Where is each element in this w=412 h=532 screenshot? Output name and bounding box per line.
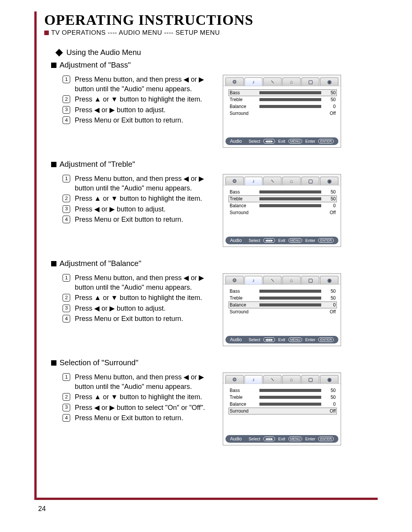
osd-body: Bass 50 Treble 50 Balance 0 Surround Off — [223, 185, 341, 235]
osd-tab-icon: ⌂ — [282, 375, 301, 384]
osd-row-value: 50 — [324, 295, 336, 301]
osd-menu-name: Audio — [230, 238, 242, 243]
section-heading: Adjustment of "Balance" — [51, 259, 378, 268]
osd-screenshot: ⚙♪⟍⌂▢◉ Bass 50 Treble 50 Balance 0 Surro… — [223, 372, 341, 445]
osd-exit-btn: MENU — [288, 139, 303, 143]
step-number-icon: 1 — [63, 76, 70, 83]
step: 4 Press Menu or Exit button to return. — [63, 413, 215, 423]
osd-row: Surround Off — [229, 209, 337, 216]
osd-row-value: 50 — [324, 289, 336, 294]
osd-row-label: Bass — [230, 189, 256, 195]
osd-statusbar: Audio Select ◀◆▶ Exit MENU Enter ENTER — [225, 137, 338, 145]
osd-statusbar: Audio Select ◀◆▶ Exit MENU Enter ENTER — [225, 336, 338, 343]
osd-tabstrip: ⚙♪⟍⌂▢◉ — [223, 274, 341, 285]
osd-row-value: 50 — [324, 388, 336, 393]
osd-enter-label: Enter — [305, 139, 315, 143]
osd-screenshot: ⚙♪⟍⌂▢◉ Bass 50 Treble 50 Balance 0 Surro… — [223, 273, 341, 346]
step: 4 Press Menu or Exit button to return. — [63, 215, 215, 224]
osd-exit-btn: MENU — [288, 337, 303, 342]
osd-tab-icon: ♪ — [245, 77, 263, 86]
osd-enter-label: Enter — [305, 437, 315, 441]
step: 3 Press ◀ or ▶ button to adjust. — [63, 205, 215, 214]
osd-row-value: 50 — [324, 189, 336, 195]
page-number: 24 — [38, 505, 46, 513]
osd-slider — [259, 403, 321, 406]
step: 2 Press ▲ or ▼ button to highlight the i… — [63, 392, 215, 402]
osd-row: Balance 0 — [229, 103, 337, 110]
section-heading: Adjustment of "Treble" — [51, 160, 378, 169]
osd-tab-icon: ▢ — [301, 276, 320, 284]
step-text: Press Menu or Exit button to return. — [75, 116, 215, 125]
osd-row-label: Treble — [230, 97, 256, 102]
square-icon — [51, 261, 56, 266]
osd-body: Bass 50 Treble 50 Balance 0 Surround Off — [223, 384, 341, 434]
step: 3 Press ◀ or ▶ button to adjust. — [63, 105, 215, 115]
osd-column: ⚙♪⟍⌂▢◉ Bass 50 Treble 50 Balance 0 Surro… — [223, 174, 341, 247]
osd-select-label: Select — [249, 139, 261, 143]
step-text: Press ▲ or ▼ button to highlight the ite… — [75, 392, 215, 402]
step-text: Press Menu or Exit button to return. — [75, 215, 215, 224]
osd-row-label: Treble — [230, 196, 256, 202]
step-number-icon: 2 — [63, 294, 70, 301]
step-number-icon: 3 — [63, 404, 70, 411]
section: Adjustment of "Balance" 1 Press Menu but… — [44, 259, 378, 346]
osd-tab-icon: ▢ — [301, 375, 320, 384]
osd-row-value: 50 — [324, 97, 336, 102]
osd-statusbar: Audio Select ◀◆▶ Exit MENU Enter ENTER — [225, 237, 338, 244]
page-title: OPERATING INSTRUCTIONS — [44, 11, 378, 28]
breadcrumb: TV OPERATIONS ---- AUDIO MENU ---- SETUP… — [44, 29, 378, 37]
osd-tab-icon: ◉ — [320, 77, 338, 86]
steps-list: 1 Press Menu button, and then press ◀ or… — [51, 372, 215, 423]
step: 3 Press ◀ or ▶ button to adjust. — [63, 304, 215, 313]
osd-enter-label: Enter — [305, 337, 315, 342]
osd-select-label: Select — [249, 238, 261, 243]
osd-slider — [259, 197, 321, 200]
osd-enter-btn: ENTER — [318, 238, 334, 243]
lead-heading-text: Using the Audio Menu — [66, 48, 141, 57]
osd-tab-icon: ⚙ — [225, 276, 244, 284]
steps-list: 1 Press Menu button, and then press ◀ or… — [51, 174, 215, 224]
osd-exit-label: Exit — [278, 437, 285, 441]
osd-slider — [259, 389, 321, 392]
breadcrumb-text: TV OPERATIONS ---- AUDIO MENU ---- SETUP… — [51, 29, 220, 37]
osd-menu-name: Audio — [230, 139, 242, 144]
step-text: Press Menu or Exit button to return. — [75, 314, 215, 324]
osd-enter-btn: ENTER — [318, 139, 334, 143]
osd-row-label: Surround — [230, 111, 256, 116]
manual-page: OPERATING INSTRUCTIONS TV OPERATIONS ---… — [34, 11, 378, 500]
osd-tab-icon: ▢ — [301, 177, 320, 185]
step-number-icon: 3 — [63, 106, 70, 114]
osd-row-value: 0 — [324, 302, 336, 308]
step: 2 Press ▲ or ▼ button to highlight the i… — [63, 293, 215, 303]
step-number-icon: 1 — [63, 373, 70, 381]
osd-row: Bass 50 — [229, 89, 337, 96]
osd-exit-label: Exit — [278, 238, 285, 243]
step: 2 Press ▲ or ▼ button to highlight the i… — [63, 95, 215, 104]
osd-slider — [259, 303, 321, 306]
osd-row: Balance 0 — [229, 202, 337, 209]
osd-tab-icon: ⟍ — [263, 375, 282, 384]
osd-menu-name: Audio — [230, 436, 242, 442]
step-text: Press Menu or Exit button to return. — [75, 413, 215, 423]
osd-row-label: Bass — [230, 388, 256, 393]
step-number-icon: 4 — [63, 315, 70, 322]
osd-tab-icon: ▢ — [301, 77, 320, 86]
osd-row: Surround Off — [229, 308, 337, 315]
square-icon — [51, 360, 56, 366]
osd-slider — [259, 290, 321, 293]
osd-row-label: Balance — [230, 302, 256, 308]
steps-list: 1 Press Menu button, and then press ◀ or… — [51, 273, 215, 324]
section-heading-text: Adjustment of "Balance" — [60, 259, 141, 268]
section-heading-text: Adjustment of "Treble" — [60, 160, 135, 169]
osd-row-value: 50 — [324, 90, 336, 95]
square-icon — [51, 162, 56, 167]
osd-row-label: Surround — [230, 309, 256, 314]
osd-row-value: 50 — [324, 395, 336, 400]
osd-tab-icon: ⌂ — [282, 177, 301, 185]
osd-row-value: Off — [324, 309, 336, 314]
osd-row-value: 0 — [324, 401, 336, 407]
osd-tab-icon: ♪ — [245, 276, 263, 284]
osd-tab-icon: ⟍ — [263, 276, 282, 284]
osd-select-label: Select — [249, 437, 261, 441]
step: 2 Press ▲ or ▼ button to highlight the i… — [63, 194, 215, 203]
